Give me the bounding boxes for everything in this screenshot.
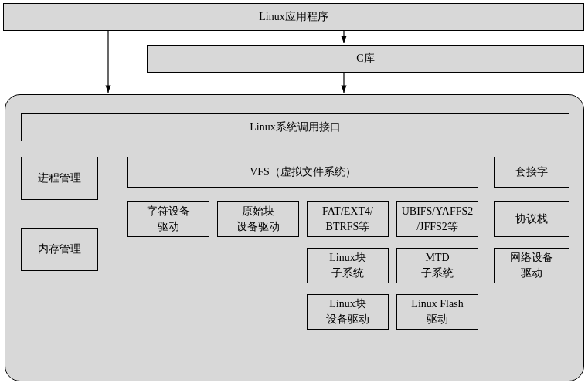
protocol-stack-box: 协议栈: [494, 201, 569, 237]
c-library-box: C库: [147, 45, 584, 73]
block-driver-label: Linux块 设备驱动: [326, 296, 369, 327]
chardev-driver-box: 字符设备 驱动: [127, 201, 209, 237]
syscall-interface-label: Linux系统调用接口: [250, 120, 340, 135]
rawblock-driver-box: 原始块 设备驱动: [217, 201, 299, 237]
mtd-subsystem-label: MTD 子系统: [421, 250, 454, 280]
process-mgmt-box: 进程管理: [21, 157, 98, 200]
protocol-stack-label: 协议栈: [515, 212, 548, 227]
mtd-subsystem-box: MTD 子系统: [396, 248, 478, 283]
process-mgmt-label: 进程管理: [38, 171, 81, 186]
flash-driver-box: Linux Flash 驱动: [396, 294, 478, 330]
filesystems-box: FAT/EXT4/ BTRFS等: [307, 201, 389, 237]
socket-box: 套接字: [494, 157, 569, 188]
block-subsystem-label: Linux块 子系统: [329, 250, 365, 280]
block-driver-box: Linux块 设备驱动: [307, 294, 389, 330]
kernel-container: Linux系统调用接口 进程管理 内存管理 VFS（虚拟文件系统） 套接字 协议…: [5, 94, 584, 381]
chardev-driver-label: 字符设备 驱动: [147, 204, 190, 234]
flash-filesystems-label: UBIFS/YAFFS2 /JFFS2等: [402, 204, 474, 234]
netdev-driver-box: 网络设备 驱动: [494, 248, 569, 283]
socket-label: 套接字: [515, 164, 548, 180]
memory-mgmt-label: 内存管理: [38, 242, 81, 257]
vfs-box: VFS（虚拟文件系统）: [127, 157, 478, 188]
c-library-label: C库: [356, 51, 374, 66]
rawblock-driver-label: 原始块 设备驱动: [236, 204, 280, 234]
netdev-driver-label: 网络设备 驱动: [510, 250, 553, 280]
syscall-interface-box: Linux系统调用接口: [21, 113, 569, 141]
flash-filesystems-box: UBIFS/YAFFS2 /JFFS2等: [396, 201, 478, 237]
vfs-label: VFS（虚拟文件系统）: [250, 164, 356, 180]
memory-mgmt-box: 内存管理: [21, 228, 98, 271]
flash-driver-label: Linux Flash 驱动: [411, 296, 463, 327]
block-subsystem-box: Linux块 子系统: [307, 248, 389, 283]
filesystems-label: FAT/EXT4/ BTRFS等: [322, 204, 373, 234]
linux-app-box: Linux应用程序: [3, 3, 584, 31]
linux-app-label: Linux应用程序: [259, 9, 328, 25]
